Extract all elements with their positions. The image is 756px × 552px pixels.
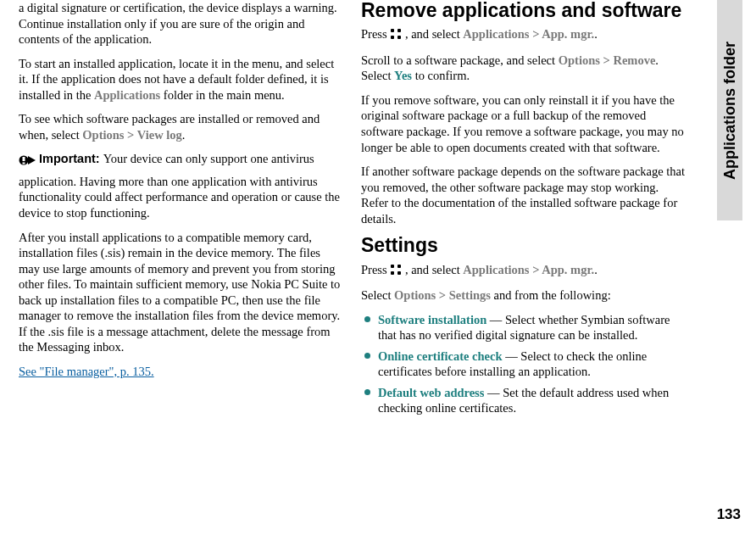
text: . xyxy=(182,128,186,142)
paragraph: Press , and select Applications > App. m… xyxy=(361,262,687,280)
settings-list: Software installation — Select whether S… xyxy=(361,312,687,416)
remove-apps-heading: Remove applications and software xyxy=(361,0,687,21)
text: Press xyxy=(361,27,390,41)
important-icon xyxy=(19,151,37,174)
important-label: Important: xyxy=(39,152,103,165)
link-text: See "File manager", p. 135. xyxy=(19,365,154,378)
paragraph: If you remove software, you can only rei… xyxy=(361,92,687,155)
paragraph: a digital signature or certification, th… xyxy=(19,0,344,47)
paragraph: After you install applications to a comp… xyxy=(19,230,344,355)
text: and from the following: xyxy=(491,288,611,302)
online-cert-check-label: Online certificate check xyxy=(378,349,503,363)
left-column: a digital signature or certification, th… xyxy=(10,0,353,552)
svg-rect-2 xyxy=(23,163,25,164)
menu-key-icon xyxy=(390,28,402,44)
options-label: Options xyxy=(394,288,436,302)
applications-label: Applications xyxy=(94,88,160,102)
svg-rect-10 xyxy=(397,271,401,275)
text: Select xyxy=(361,288,394,302)
options-label: Options xyxy=(559,53,600,67)
remove-label: Remove xyxy=(613,53,655,67)
svg-rect-8 xyxy=(397,265,401,268)
settings-heading: Settings xyxy=(361,235,687,256)
separator: > xyxy=(530,263,542,276)
svg-rect-5 xyxy=(391,36,394,39)
svg-rect-9 xyxy=(391,271,394,275)
app-mgr-label: App. mgr. xyxy=(542,263,594,276)
paragraph: Press , and select Applications > App. m… xyxy=(361,26,687,44)
text: . xyxy=(594,27,598,41)
paragraph: Select Options > Settings and from the f… xyxy=(361,287,687,304)
separator: > xyxy=(530,27,542,41)
app-mgr-label: App. mgr. xyxy=(542,27,594,41)
text: Scroll to a software package, and select xyxy=(361,53,559,67)
applications-label: Applications xyxy=(463,263,529,276)
view-log-label: View log xyxy=(137,128,182,142)
text: , and select xyxy=(402,263,463,276)
options-label: Options xyxy=(82,128,124,142)
text: to confirm. xyxy=(412,69,470,82)
side-tab: Applications folder xyxy=(717,0,742,220)
svg-rect-7 xyxy=(391,265,394,268)
default-web-address-label: Default web address xyxy=(378,386,484,399)
svg-rect-6 xyxy=(397,36,401,39)
right-column: Remove applications and software Press ,… xyxy=(353,0,695,552)
text: Press xyxy=(361,263,390,276)
list-item: Online certificate check — Select to che… xyxy=(361,348,687,380)
paragraph: Scroll to a software package, and select… xyxy=(361,53,687,84)
paragraph: To start an installed application, locat… xyxy=(19,56,344,103)
menu-key-icon xyxy=(390,264,402,280)
side-tab-label: Applications folder xyxy=(721,41,739,179)
settings-label: Settings xyxy=(449,288,491,302)
paragraph: If another software package depends on t… xyxy=(361,164,687,226)
separator: > xyxy=(436,288,449,302)
text: , and select xyxy=(402,27,463,41)
list-item: Software installation — Select whether S… xyxy=(361,312,687,343)
separator: > xyxy=(124,128,136,142)
software-installation-label: Software installation xyxy=(378,313,486,326)
text: folder in the main menu. xyxy=(160,88,285,102)
list-item: Default web address — Set the default ad… xyxy=(361,385,687,416)
applications-label: Applications xyxy=(463,27,529,41)
svg-rect-1 xyxy=(23,157,25,161)
yes-label: Yes xyxy=(394,69,412,82)
separator: > xyxy=(600,53,614,67)
svg-rect-3 xyxy=(391,29,394,32)
page-number: 133 xyxy=(717,506,741,523)
svg-rect-4 xyxy=(397,29,401,32)
text: . xyxy=(594,263,598,276)
see-file-manager-link[interactable]: See "File manager", p. 135. xyxy=(19,364,344,380)
paragraph: To see which software packages are insta… xyxy=(19,111,344,142)
important-note: Important: Your device can only support … xyxy=(19,151,344,220)
